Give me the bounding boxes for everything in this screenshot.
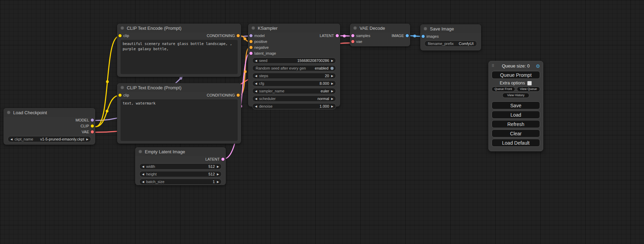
output-dot-conditioning[interactable] — [237, 93, 240, 97]
ckpt-name-widget[interactable]: ◀ ckpt_name v1-5-pruned-emaonly.ckpt ▶ — [8, 136, 91, 142]
menu-drag-handle-icon[interactable]: ⠿ — [492, 64, 494, 68]
decrement-icon[interactable]: ◀ — [254, 82, 258, 85]
output-dot-vae[interactable] — [91, 130, 94, 133]
input-dot-vae[interactable] — [351, 40, 354, 43]
batch-size-widget[interactable]: ◀ batch_size 1 ▶ — [139, 179, 222, 185]
decrement-icon[interactable]: ◀ — [254, 74, 258, 78]
positive-prompt-textarea[interactable]: beautiful scenery nature glass bottle la… — [121, 40, 238, 74]
increment-icon[interactable]: ▶ — [330, 59, 334, 62]
input-dot-negative[interactable] — [249, 46, 253, 49]
widget-label: Random seed after every gen — [256, 66, 306, 70]
link-midpoint-dot — [244, 37, 246, 40]
node-empty-latent-image[interactable]: Empty Latent Image LATENT ◀ width 512 ▶ … — [135, 147, 226, 185]
node-vae-decode[interactable]: VAE Decode samples IMAGE vae — [350, 24, 410, 46]
widget-label: scheduler — [259, 97, 276, 101]
input-slot-negative: negative — [248, 44, 340, 50]
link-midpoint-dot — [106, 80, 109, 83]
input-dot-clip[interactable] — [118, 93, 122, 97]
random-seed-toggle[interactable]: Random seed after every gen enabled — [252, 65, 336, 71]
node-title: Empty Latent Image — [145, 149, 185, 154]
collapse-dot[interactable] — [424, 27, 427, 30]
input-slot-vae: vae — [350, 38, 410, 44]
seed-widget[interactable]: ◀ seed 156680208700286 ▶ — [252, 57, 336, 64]
view-queue-button[interactable]: View Queue — [517, 87, 540, 92]
node-title-bar[interactable]: Save Image — [420, 24, 481, 33]
node-ksampler[interactable]: KSampler model LATENT positive negative … — [248, 24, 340, 107]
input-dot-model[interactable] — [249, 34, 253, 37]
output-dot-conditioning[interactable] — [237, 34, 240, 37]
increment-icon[interactable]: ▶ — [216, 165, 220, 168]
denoise-widget[interactable]: ◀ denoise 1.000 ▶ — [252, 103, 336, 109]
node-title-bar[interactable]: CLIP Text Encode (Prompt) — [117, 24, 241, 33]
input-dot-images[interactable] — [422, 35, 425, 38]
cfg-widget[interactable]: ◀ cfg 8.000 ▶ — [252, 80, 336, 87]
collapse-dot[interactable] — [121, 26, 124, 30]
queue-front-button[interactable]: Queue Front — [492, 87, 515, 92]
increment-icon[interactable]: ▶ — [330, 97, 334, 100]
collapse-dot[interactable] — [121, 86, 124, 89]
sampler-name-widget[interactable]: ◀ sampler_name euler ▶ — [252, 88, 336, 94]
decrement-icon[interactable]: ◀ — [254, 59, 258, 62]
node-graph-canvas[interactable]: Load Checkpoint MODEL CLIP VAE ◀ ckpt_na… — [0, 0, 644, 244]
decrement-icon[interactable]: ◀ — [254, 105, 258, 108]
input-dot-latent-image[interactable] — [249, 52, 253, 55]
node-save-image[interactable]: Save Image images filename_prefix ComfyU… — [420, 24, 481, 51]
refresh-button[interactable]: Refresh — [492, 120, 540, 128]
node-title-bar[interactable]: CLIP Text Encode (Prompt) — [117, 83, 241, 92]
clear-button[interactable]: Clear — [492, 129, 540, 137]
input-dot-clip[interactable] — [118, 34, 122, 37]
collapse-dot[interactable] — [353, 26, 357, 30]
node-title-bar[interactable]: KSampler — [248, 24, 340, 33]
decrement-icon[interactable]: ◀ — [141, 180, 145, 183]
height-widget[interactable]: ◀ height 512 ▶ — [139, 171, 222, 177]
collapse-dot[interactable] — [139, 150, 142, 153]
steps-widget[interactable]: ◀ steps 20 ▶ — [252, 73, 336, 79]
output-dot-latent[interactable] — [336, 34, 339, 37]
decrement-icon[interactable]: ◀ — [254, 90, 258, 93]
collapse-dot[interactable] — [7, 111, 10, 114]
output-dot-clip[interactable] — [91, 124, 94, 127]
view-history-button[interactable]: View History — [502, 93, 529, 98]
settings-gear-icon[interactable]: ⚙ — [536, 64, 540, 69]
increment-icon[interactable]: ▶ — [86, 138, 89, 141]
input-dot-positive[interactable] — [249, 40, 253, 43]
toggle-indicator-icon[interactable] — [330, 67, 334, 70]
queue-prompt-button[interactable]: Queue Prompt — [492, 71, 540, 79]
widget-label: steps — [259, 74, 268, 78]
node-title-bar[interactable]: VAE Decode — [350, 24, 410, 33]
collapse-dot[interactable] — [252, 26, 255, 30]
slot-label: latent_image — [254, 51, 276, 55]
increment-icon[interactable]: ▶ — [216, 173, 220, 176]
decrement-icon[interactable]: ◀ — [254, 97, 258, 100]
decrement-icon[interactable]: ◀ — [141, 165, 145, 168]
load-default-button[interactable]: Load Default — [492, 139, 540, 147]
filename-prefix-widget[interactable]: filename_prefix ComfyUI — [424, 40, 477, 47]
load-button[interactable]: Load — [492, 111, 540, 119]
output-dot-model[interactable] — [91, 118, 94, 121]
increment-icon[interactable]: ▶ — [330, 105, 334, 108]
decrement-icon[interactable]: ◀ — [141, 173, 145, 176]
node-clip-text-encode-negative[interactable]: CLIP Text Encode (Prompt) clip CONDITION… — [117, 83, 241, 144]
extra-options-checkbox[interactable] — [527, 81, 532, 85]
increment-icon[interactable]: ▶ — [330, 82, 334, 85]
input-dot-samples[interactable] — [351, 34, 354, 37]
node-title-bar[interactable]: Load Checkpoint — [3, 108, 95, 117]
output-dot-latent[interactable] — [221, 157, 224, 161]
scheduler-widget[interactable]: ◀ scheduler normal ▶ — [252, 96, 336, 102]
slot-label: samples — [356, 34, 370, 38]
node-title-bar[interactable]: Empty Latent Image — [135, 147, 226, 156]
width-widget[interactable]: ◀ width 512 ▶ — [139, 163, 222, 170]
negative-prompt-textarea[interactable]: text, watermark — [121, 99, 238, 141]
main-menu-panel: ⠿ Queue size: 0 ⚙ Queue Prompt Extra opt… — [488, 61, 543, 151]
widget-value: 1 — [213, 180, 215, 184]
save-button[interactable]: Save — [492, 101, 540, 109]
node-clip-text-encode-positive[interactable]: CLIP Text Encode (Prompt) clip CONDITION… — [117, 24, 241, 77]
slot-label: model — [254, 34, 265, 38]
increment-icon[interactable]: ▶ — [330, 74, 334, 78]
decrement-icon[interactable]: ◀ — [10, 138, 13, 141]
output-dot-image[interactable] — [406, 34, 409, 37]
increment-icon[interactable]: ▶ — [330, 90, 334, 93]
increment-icon[interactable]: ▶ — [216, 180, 220, 183]
node-title: CLIP Text Encode (Prompt) — [127, 85, 182, 90]
node-load-checkpoint[interactable]: Load Checkpoint MODEL CLIP VAE ◀ ckpt_na… — [3, 108, 95, 145]
